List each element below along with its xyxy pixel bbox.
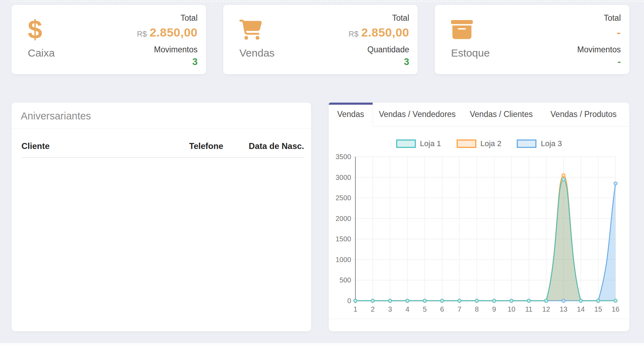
panel-inner-divider	[329, 319, 629, 319]
svg-text:0: 0	[347, 297, 351, 305]
sales-tabs: Vendas Vendas / Vendedores Vendas / Clie…	[329, 103, 629, 126]
svg-text:12: 12	[542, 305, 550, 313]
svg-text:2: 2	[371, 305, 375, 313]
svg-text:6: 6	[440, 305, 444, 313]
quantidade-value: 3	[404, 57, 409, 67]
total-value: 2.850,00	[361, 26, 409, 39]
svg-text:3500: 3500	[336, 153, 352, 161]
legend-item-loja-1[interactable]: Loja 1	[396, 139, 441, 148]
svg-text:9: 9	[492, 305, 496, 313]
footer-strip	[0, 343, 644, 345]
chart-area: Loja 1 Loja 2 Loja 3 0500100015002000250…	[329, 126, 629, 320]
svg-text:10: 10	[508, 305, 515, 313]
movimentos-label: Movimentos	[577, 45, 621, 54]
svg-text:3: 3	[388, 305, 392, 313]
card-title: Caixa	[28, 47, 55, 59]
shopping-cart-icon	[239, 14, 275, 45]
archive-box-icon	[451, 14, 490, 45]
tab-vendas-produtos[interactable]: Vendas / Produtos	[541, 103, 626, 126]
svg-text:15: 15	[594, 305, 602, 313]
svg-text:2500: 2500	[336, 194, 352, 202]
svg-text:7: 7	[457, 305, 461, 313]
total-label: Total	[180, 13, 198, 23]
tab-vendas[interactable]: Vendas	[329, 103, 373, 126]
quantidade-label: Quantidade	[367, 45, 409, 54]
column-header-telefone: Telefone	[167, 141, 223, 151]
legend-swatch	[517, 139, 536, 148]
svg-text:2000: 2000	[336, 215, 352, 222]
total-value: 2.850,00	[150, 26, 198, 39]
aniversariantes-panel: Aniversariantes Cliente Telefone Data de…	[12, 103, 311, 331]
vendas-card: Vendas Total R$ 2.850,00 Quantidade 3	[223, 5, 418, 74]
column-header-cliente: Cliente	[21, 141, 167, 151]
movimentos-label: Movimentos	[154, 45, 198, 54]
birthdays-table-body	[12, 158, 311, 179]
svg-text:13: 13	[560, 305, 567, 313]
total-label: Total	[604, 13, 621, 23]
estoque-card: Estoque Total - Movimentos -	[435, 5, 629, 74]
movimentos-value: -	[618, 57, 621, 67]
legend-swatch	[396, 139, 416, 148]
currency-prefix: R$	[349, 30, 359, 39]
svg-text:8: 8	[475, 305, 479, 313]
tab-vendas-clientes[interactable]: Vendas / Clientes	[462, 103, 541, 126]
legend-item-loja-3[interactable]: Loja 3	[517, 139, 562, 148]
tab-vendas-vendedores[interactable]: Vendas / Vendedores	[373, 103, 462, 126]
svg-text:11: 11	[525, 305, 533, 313]
svg-text:1000: 1000	[336, 256, 352, 263]
total-label: Total	[392, 13, 409, 23]
panel-title: Aniversariantes	[12, 103, 311, 129]
caixa-card: $ Caixa Total R$ 2.850,00 Movimentos 3	[12, 5, 206, 74]
currency-prefix: R$	[137, 30, 147, 39]
svg-text:1: 1	[353, 305, 357, 313]
sales-chart-panel: Vendas Vendas / Vendedores Vendas / Clie…	[329, 103, 629, 331]
card-title: Estoque	[451, 47, 490, 59]
legend-item-loja-2[interactable]: Loja 2	[457, 139, 502, 148]
dollar-sign-icon: $	[28, 14, 55, 45]
svg-text:500: 500	[340, 276, 351, 284]
sales-line-chart: 0500100015002000250030003500123456789101…	[334, 152, 623, 320]
svg-text:4: 4	[405, 305, 409, 313]
legend-swatch	[457, 139, 476, 148]
column-header-data-nasc: Data de Nasc.	[223, 141, 304, 151]
navbar-bottom-dashed-border	[11, 1, 644, 2]
movimentos-value: 3	[192, 57, 198, 67]
svg-text:16: 16	[612, 305, 619, 313]
svg-text:5: 5	[423, 305, 427, 313]
svg-text:14: 14	[577, 305, 585, 313]
card-title: Vendas	[239, 47, 275, 59]
svg-text:1500: 1500	[336, 235, 352, 243]
birthdays-table-header: Cliente Telefone Data de Nasc.	[21, 141, 304, 158]
chart-legend: Loja 1 Loja 2 Loja 3	[334, 138, 624, 149]
svg-text:3000: 3000	[336, 174, 352, 181]
total-value: -	[617, 26, 621, 39]
